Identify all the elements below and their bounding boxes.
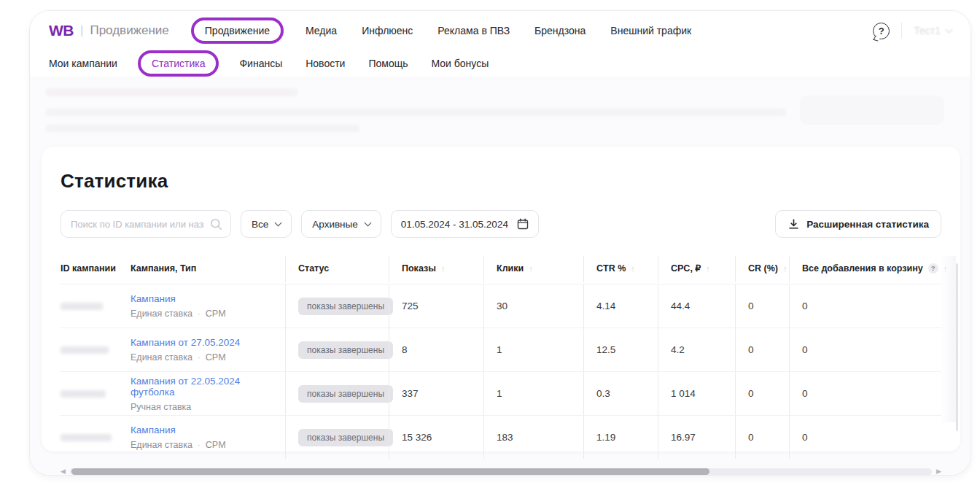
tab-my-bonuses[interactable]: Мои бонусы bbox=[432, 58, 489, 69]
sub-nav: Мои кампании Статистика Финансы Новости … bbox=[30, 50, 971, 77]
help-tooltip-icon[interactable]: ? bbox=[928, 263, 938, 274]
nav-item-influence[interactable]: Инфлюенс bbox=[362, 25, 413, 36]
campaign-type: Ручная ставка bbox=[131, 402, 191, 412]
ctr-cell: 12.5 bbox=[583, 328, 658, 371]
status-badge: показы завершены bbox=[298, 385, 393, 403]
cart-adds-cell: 0 bbox=[789, 284, 941, 328]
campaign-link[interactable]: Кампания bbox=[131, 293, 176, 304]
campaign-id-redacted bbox=[61, 328, 131, 371]
dot-separator: · bbox=[198, 440, 201, 450]
scroll-left-icon[interactable]: ◀ bbox=[61, 468, 66, 475]
banner-redacted-title bbox=[46, 88, 298, 96]
campaign-link[interactable]: Кампания от 22.05.2024 футболка bbox=[131, 376, 281, 398]
top-nav-divider bbox=[901, 23, 902, 39]
shows-cell: 725 bbox=[389, 284, 483, 328]
top-nav-right: ? Тест1 bbox=[873, 23, 952, 39]
cart-adds-cell: 0 bbox=[789, 372, 941, 415]
nav-item-pvz-ads[interactable]: Реклама в ПВЗ bbox=[438, 25, 510, 36]
date-range-value: 01.05.2024 - 31.05.2024 bbox=[401, 219, 508, 230]
help-icon[interactable]: ? bbox=[873, 23, 890, 39]
campaign-link[interactable]: Кампания bbox=[131, 425, 176, 435]
chevron-down-icon bbox=[946, 26, 953, 34]
cpc-cell: 4.2 bbox=[658, 328, 735, 371]
scrollbar-thumb[interactable] bbox=[71, 468, 709, 475]
clicks-cell: 30 bbox=[483, 284, 583, 328]
wb-logo[interactable]: WB bbox=[49, 22, 74, 39]
status-badge: показы завершены bbox=[298, 429, 393, 446]
nav-item-brandzone[interactable]: Брендзона bbox=[534, 25, 586, 36]
col-header-cr[interactable]: CR (%)↑ bbox=[735, 256, 789, 282]
campaign-link[interactable]: Кампания от 27.05.2024 bbox=[131, 337, 240, 348]
campaign-id-redacted bbox=[61, 284, 131, 328]
search-icon bbox=[210, 218, 222, 230]
campaign-id-redacted bbox=[61, 416, 131, 459]
ctr-cell: 4.14 bbox=[583, 284, 658, 328]
vertical-scrollbar[interactable] bbox=[956, 263, 958, 431]
status-cell: показы завершены bbox=[285, 416, 389, 459]
cr-cell: 16.97 bbox=[658, 416, 735, 459]
cpc-cell: 1 014 bbox=[658, 372, 735, 415]
banner-redacted-text-line bbox=[46, 109, 786, 116]
dot-separator: · bbox=[198, 352, 201, 363]
shows-cell: 8 bbox=[389, 328, 483, 371]
state-select[interactable]: Архивные bbox=[301, 210, 381, 238]
chevron-down-icon bbox=[364, 220, 371, 227]
col-header-cpc[interactable]: CPC, ₽↑ bbox=[658, 255, 735, 282]
tab-my-campaigns[interactable]: Мои кампании bbox=[49, 58, 117, 69]
nav-item-promotion[interactable]: Продвижение bbox=[205, 25, 270, 36]
state-select-value: Архивные bbox=[312, 219, 358, 230]
ctr-cell: 1.19 bbox=[583, 416, 658, 459]
user-menu[interactable]: Тест1 bbox=[914, 25, 952, 36]
type-select-value: Все bbox=[252, 219, 268, 230]
campaign-type: Единая ставка·CPM bbox=[131, 309, 226, 319]
scrollbar-track[interactable] bbox=[70, 468, 932, 475]
cart-adds-cell: 0 bbox=[789, 328, 941, 371]
status-cell: показы завершены bbox=[285, 372, 389, 415]
campaign-type: Единая ставка·CPM bbox=[131, 440, 226, 450]
tab-finances[interactable]: Финансы bbox=[239, 58, 282, 69]
col-header-cart-adds[interactable]: Все добавления в корзину ? ↑ bbox=[789, 256, 950, 282]
status-cell: показы завершены bbox=[285, 284, 389, 328]
app-window: WB | Продвижение Продвижение Медиа Инфлю… bbox=[29, 10, 971, 476]
shows-cell: 15 326 bbox=[389, 416, 483, 459]
campaign-cell: Кампания от 27.05.2024 Единая ставка·CPM bbox=[131, 328, 285, 371]
sort-asc-icon: ↑ bbox=[944, 264, 948, 273]
sort-asc-icon: ↑ bbox=[441, 264, 446, 273]
status-badge: показы завершены bbox=[298, 341, 393, 359]
clicks-cell: 1 bbox=[483, 372, 583, 415]
col-header-shows[interactable]: Показы↑ bbox=[389, 256, 483, 282]
sort-asc-icon: ↑ bbox=[783, 264, 788, 273]
sort-asc-icon: ↑ bbox=[706, 264, 710, 273]
logo-divider: | bbox=[80, 23, 83, 38]
shows-cell: 337 bbox=[389, 372, 483, 415]
nav-item-external-traffic[interactable]: Внешний трафик bbox=[610, 25, 691, 36]
ctr-cell: 0.3 bbox=[583, 372, 658, 415]
annotation-oval-promotion: Продвижение bbox=[191, 18, 284, 44]
extended-statistics-button[interactable]: Расширенная статистика bbox=[775, 210, 941, 238]
clicks-cell: 1 bbox=[483, 328, 583, 371]
table-row: Кампания Единая ставка·CPM показы заверш… bbox=[61, 284, 941, 328]
col-header-ctr[interactable]: CTR %↑ bbox=[583, 256, 658, 282]
search-input[interactable] bbox=[61, 211, 230, 237]
sort-asc-icon: ↑ bbox=[631, 264, 635, 273]
dot-separator: · bbox=[198, 309, 201, 319]
cr-cell: 0 bbox=[735, 328, 789, 371]
faded-banner bbox=[30, 77, 971, 147]
tab-help[interactable]: Помощь bbox=[368, 58, 408, 69]
campaign-id-redacted bbox=[61, 372, 131, 415]
search-field-wrap bbox=[61, 210, 231, 238]
campaign-cell: Кампания Единая ставка·CPM bbox=[131, 416, 285, 459]
tab-news[interactable]: Новости bbox=[306, 58, 345, 69]
tab-statistics[interactable]: Статистика bbox=[152, 58, 206, 69]
nav-item-media[interactable]: Медиа bbox=[306, 25, 337, 36]
campaign-cell: Кампания от 22.05.2024 футболка Ручная с… bbox=[131, 372, 285, 415]
chevron-down-icon bbox=[275, 220, 282, 227]
date-range-picker[interactable]: 01.05.2024 - 31.05.2024 bbox=[391, 210, 539, 238]
cart-adds-cell: 0 bbox=[789, 416, 941, 459]
banner-redacted-button bbox=[800, 96, 944, 125]
scroll-right-icon[interactable]: ▶ bbox=[936, 468, 941, 475]
col-header-clicks[interactable]: Клики↑ bbox=[483, 256, 583, 282]
type-select[interactable]: Все bbox=[241, 210, 292, 238]
annotation-oval-statistics: Статистика bbox=[138, 50, 219, 77]
filter-toolbar: Все Архивные 01.05.2024 - 31.05.2024 bbox=[61, 210, 941, 238]
